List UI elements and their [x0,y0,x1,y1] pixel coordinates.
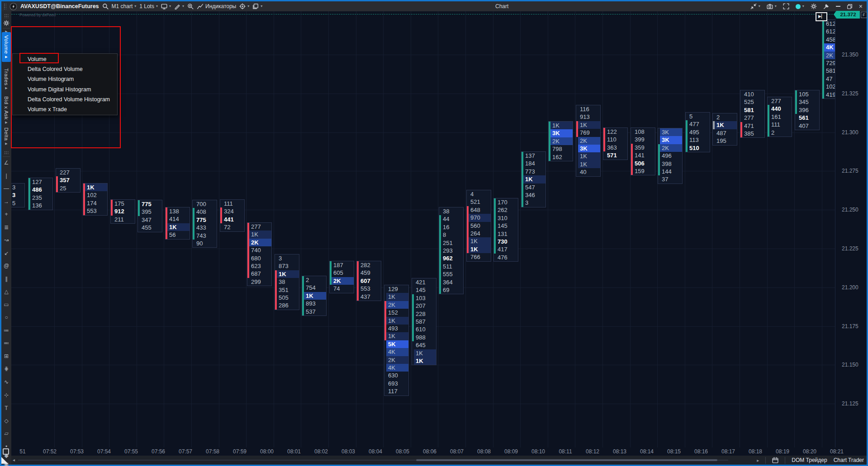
triangle-tool[interactable]: △ [1,288,11,295]
left-sidebar: ▶Volume▶Trades▶Bid x Ask▶Delta▶∠|—→+≣↝↙@… [1,11,11,465]
trend-arrow-tool[interactable]: ↙ [1,249,11,257]
volume-cell: 102 [85,191,107,199]
crosshair-dropdown[interactable]: ▾ [239,1,249,11]
curve-tool[interactable]: ↝ [1,236,11,244]
sidebar-tab-volume[interactable]: Volume▶ [2,32,11,62]
tpo-profile-tool[interactable]: ≕ [1,339,11,347]
time-label: 08:06 [423,448,436,455]
restore-button[interactable] [847,4,853,9]
sidebar-grip[interactable] [1,13,11,19]
time-axis[interactable]: 5107:5207:5307:5407:5507:5607:5707:5807:… [11,447,867,456]
target-icon[interactable] [239,3,246,9]
layout-dropdown[interactable]: ▾ [252,1,262,11]
sidebar-tab-delta[interactable]: Delta▶ [2,125,11,148]
volume-cell: 988 [414,334,436,341]
chart-type-dropdown[interactable]: ▾ [161,1,171,11]
symbol-selector[interactable]: AVAXUSDT@BinanceFutures [20,1,99,11]
scroll-right-arrow[interactable]: ▸ [757,458,759,463]
channel-tool[interactable]: ∥ [1,275,11,282]
scroll-left-arrow[interactable]: ◂ [13,456,15,465]
volume-cells: 1384141K56 [167,207,190,239]
horizontal-line-tool[interactable]: — [1,185,11,192]
volume-profile-tool[interactable]: ≔ [1,327,11,334]
chart-canvas[interactable]: Powered by dxFeed ▶▏ 3351274862351362273… [11,11,835,447]
rectangle-tool[interactable]: ▭ [1,301,11,308]
zoom-in-icon[interactable] [187,3,194,9]
zigzag-tool[interactable]: ∿ [1,378,11,386]
angle-tool[interactable]: ∠ [1,159,11,166]
monitor-icon[interactable] [161,3,167,9]
minimize-button[interactable] [836,6,840,7]
projection-tool[interactable]: ⊹ [1,391,11,399]
sidebar-tab-bid-x-ask[interactable]: Bid x Ask▶ [2,94,11,126]
sidebar-tab-trades[interactable]: Trades▶ [2,66,11,92]
lots-dropdown[interactable]: 1 Lots▾ [139,1,158,11]
sidebar-settings-button[interactable] [1,19,11,27]
sidebar-tab-label: Delta [4,127,9,141]
layers-icon[interactable] [252,3,259,9]
timeframe-dropdown[interactable]: M1 chart▾ [112,1,137,11]
menu-item-volume-x-trade[interactable]: Volume x Trade [13,104,117,114]
go-to-realtime-button[interactable]: ▶▏ [816,12,827,21]
settings-button[interactable] [811,3,817,9]
menu-item-delta-colored-volume-histogram[interactable]: Delta Colored Volume Histogram [13,94,117,104]
bars-pattern-tool[interactable]: ⋕ [1,365,11,372]
vertical-line-tool[interactable]: | [1,172,11,179]
status-indicator[interactable]: ▾ [796,1,804,11]
pin-button[interactable] [823,3,830,9]
menu-item-delta-colored-volume[interactable]: Delta Colored Volume [13,64,117,74]
drawing-dropdown[interactable]: ▾ [174,1,184,11]
calendar-icon[interactable] [772,457,778,463]
volume-cell: 131 [496,230,518,238]
corner-resize-triangle[interactable] [1,457,8,464]
callout-tool[interactable]: ▱ [1,430,11,437]
fullscreen-button[interactable] [783,3,789,9]
volume-cell: 612 [824,28,835,35]
pencil-icon[interactable] [174,3,180,9]
fib-spiral-tool[interactable]: @ [1,262,11,269]
gear-icon[interactable] [3,20,9,26]
volume-cell: 324 [222,207,244,215]
volume-cell: 729 [824,59,835,67]
volume-cell: 38 [441,207,463,215]
text-tool[interactable]: T [1,405,11,412]
zoom-in-button[interactable] [187,3,194,9]
cross-line-tool[interactable]: + [1,211,11,218]
gridline-vertical [356,11,356,447]
volume-cell: 310 [496,214,518,222]
menu-item-volume-digital-histogram[interactable]: Volume Digital Histogram [13,85,117,94]
drag-grip[interactable] [4,3,6,9]
chart-trader-button[interactable]: Chart Trader [834,457,864,463]
corner-square-icon[interactable] [3,448,9,455]
volume-cell: 69 [441,286,463,294]
search-button[interactable] [102,3,109,9]
volume-cell: 775 [194,216,217,224]
collapse-panel-button[interactable]: ▾ [750,1,760,11]
volume-cell: 3 [11,184,24,191]
price-label-tool[interactable]: ◇ [1,417,11,424]
time-label: 07:54 [97,448,111,455]
dom-trader-button[interactable]: DOM Трейдер [792,457,827,463]
time-label: 08:03 [342,448,355,455]
parallel-lines-tool[interactable]: ≣ [1,224,11,231]
volume-cell: 399 [633,136,655,143]
sidebar-grip[interactable] [1,151,11,155]
scrollbar-thumb[interactable] [416,459,717,461]
arrow-tool[interactable]: → [1,198,11,205]
volume-cell: 74 [332,285,354,292]
volume-cells: 335 [11,184,24,207]
volume-cell: 773 [523,168,545,175]
menu-item-volume[interactable]: Volume [13,54,117,64]
volume-cell: 1K [550,122,573,129]
menu-item-volume-histogram[interactable]: Volume Histogram [13,74,117,84]
ellipse-tool[interactable]: ○ [1,314,11,321]
indicators-button[interactable]: Индикаторы [197,1,236,11]
grid-tool[interactable]: ⊞ [1,353,11,360]
screenshot-button[interactable]: ▾ [767,1,777,11]
volume-cell: 2K [550,137,573,145]
search-icon[interactable] [102,3,109,9]
volume-cell: 700 [194,200,217,208]
close-button[interactable]: × [859,1,863,11]
volume-cell: 137 [523,152,545,160]
price-axis[interactable]: 21.372 F 21.35021.32521.30021.27521.2502… [835,11,867,447]
